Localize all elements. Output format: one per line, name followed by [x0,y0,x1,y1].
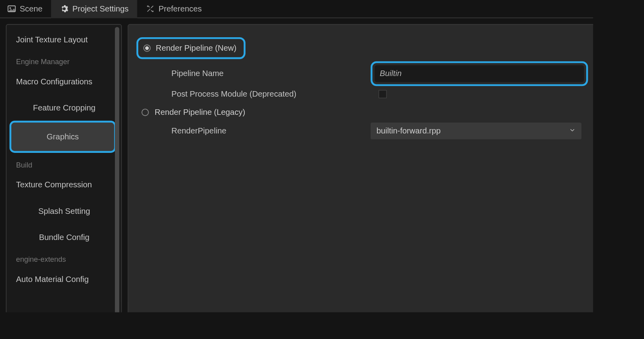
tab-project-settings-label: Project Settings [72,4,129,13]
chevron-down-icon [569,127,576,135]
tab-preferences-label: Preferences [158,4,202,13]
sidebar-header-engine-extends: engine-extends [10,249,116,268]
tab-scene[interactable]: Scene [0,0,51,17]
gear-icon [60,4,69,13]
radio-dot-unselected-icon [141,109,149,116]
scrollbar-thumb[interactable] [115,27,119,312]
render-pipeline-select[interactable]: builtin-forward.rpp [371,122,581,139]
post-process-checkbox[interactable] [379,90,387,98]
tools-icon [146,4,155,13]
pipeline-name-input[interactable] [375,65,584,82]
tab-preferences[interactable]: Preferences [137,0,211,17]
sidebar-item-macro-configurations[interactable]: Macro Configurations [10,70,116,93]
label-render-pipeline: RenderPipeline [137,126,370,136]
content-panel: Render Pipeline (New) Pipeline Name Post [128,24,593,312]
tab-scene-label: Scene [20,4,42,13]
radio-render-pipeline-legacy-label: Render Pipeline (Legacy) [155,108,246,117]
sidebar: Joint Texture Layout Engine Manager Macr… [6,24,122,312]
sidebar-item-splash-setting[interactable]: Splash Setting [10,200,116,223]
sidebar-header-build: Build [10,154,116,174]
main-area: Joint Texture Layout Engine Manager Macr… [0,18,593,312]
svg-point-1 [10,7,11,9]
sidebar-item-joint-texture-layout[interactable]: Joint Texture Layout [10,29,116,51]
tab-bar: Scene Project Settings Preferences [0,0,593,18]
render-pipeline-select-value: builtin-forward.rpp [376,126,440,136]
radio-dot-selected-icon [143,44,151,51]
tab-project-settings[interactable]: Project Settings [51,0,137,18]
svg-point-3 [152,11,154,12]
svg-point-2 [147,6,149,7]
sidebar-item-texture-compression[interactable]: Texture Compression [10,173,116,196]
sidebar-item-graphics[interactable]: Graphics [10,121,116,153]
sidebar-item-auto-material-config[interactable]: Auto Material Config [10,268,116,291]
radio-render-pipeline-new-label: Render Pipeline (New) [156,44,236,53]
image-icon [7,4,16,13]
label-pipeline-name: Pipeline Name [137,69,370,78]
pipeline-name-highlight [371,61,588,86]
sidebar-item-feature-cropping[interactable]: Feature Cropping [10,97,116,119]
sidebar-item-bundle-config[interactable]: Bundle Config [10,226,116,249]
radio-render-pipeline-new[interactable]: Render Pipeline (New) [136,37,246,59]
label-post-process-module: Post Process Module (Deprecated) [137,90,370,99]
radio-render-pipeline-legacy[interactable]: Render Pipeline (Legacy) [137,104,593,120]
sidebar-header-engine-manager: Engine Manager [10,51,116,70]
